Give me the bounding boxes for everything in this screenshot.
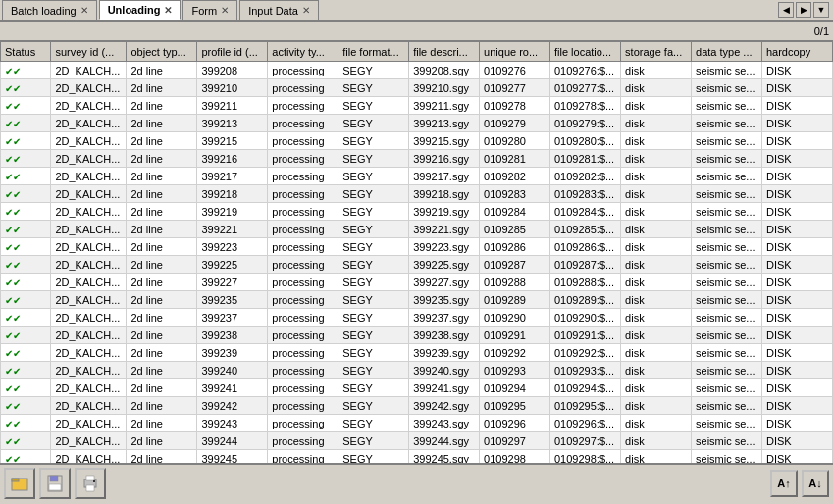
table-cell: 399213.sgy (409, 115, 480, 132)
table-cell: seismic se... (692, 450, 762, 464)
col-unique-ro[interactable]: unique ro... (480, 42, 550, 62)
table-row[interactable]: ✔✔2D_KALCH...2d line399241processingSEGY… (1, 379, 833, 397)
sort-asc-button[interactable]: A↑ (770, 470, 798, 497)
table-cell: processing (268, 432, 338, 450)
tab-form-label: Form (191, 5, 217, 17)
table-cell: 0109292 (480, 344, 550, 362)
table-cell: 399223 (197, 238, 268, 256)
table-cell: 0109288 (480, 274, 550, 291)
col-file-loc[interactable]: file locatio... (550, 42, 621, 62)
table-row[interactable]: ✔✔2D_KALCH...2d line399216processingSEGY… (1, 150, 833, 168)
table-cell: 2D_KALCH... (51, 291, 127, 309)
table-row[interactable]: ✔✔2D_KALCH...2d line399245processingSEGY… (1, 450, 833, 464)
sort-desc-button[interactable]: A↓ (802, 470, 829, 497)
col-hardcopy[interactable]: hardcopy (761, 42, 832, 62)
col-survey-id[interactable]: survey id (... (51, 42, 127, 62)
table-cell: SEGY (338, 97, 409, 115)
table-row[interactable]: ✔✔2D_KALCH...2d line399240processingSEGY… (1, 362, 833, 379)
status-cell: ✔✔ (1, 150, 51, 168)
tab-input-data-close[interactable]: ✕ (302, 5, 310, 16)
tab-unloading[interactable]: Unloading ✕ (99, 0, 182, 20)
col-profile-id[interactable]: profile id (... (197, 42, 268, 62)
table-row[interactable]: ✔✔2D_KALCH...2d line399221processingSEGY… (1, 221, 833, 238)
table-cell: 2D_KALCH... (51, 132, 127, 150)
table-cell: processing (268, 397, 338, 415)
table-row[interactable]: ✔✔2D_KALCH...2d line399243processingSEGY… (1, 415, 833, 432)
table-row[interactable]: ✔✔2D_KALCH...2d line399218processingSEGY… (1, 185, 833, 203)
table-cell: 399216.sgy (409, 150, 480, 168)
tab-form-close[interactable]: ✕ (221, 5, 229, 16)
table-row[interactable]: ✔✔2D_KALCH...2d line399239processingSEGY… (1, 344, 833, 362)
table-cell: 399219.sgy (409, 203, 480, 221)
bottom-right-buttons: A↑ A↓ (770, 470, 829, 497)
col-file-format[interactable]: file format... (338, 42, 409, 62)
table-row[interactable]: ✔✔2D_KALCH...2d line399227processingSEGY… (1, 274, 833, 291)
table-cell: seismic se... (692, 62, 762, 79)
table-cell: 399221 (197, 221, 268, 238)
status-cell: ✔✔ (1, 203, 51, 221)
table-row[interactable]: ✔✔2D_KALCH...2d line399235processingSEGY… (1, 291, 833, 309)
col-storage[interactable]: storage fa... (621, 42, 692, 62)
table-cell: 399217.sgy (409, 168, 480, 185)
col-data-type[interactable]: data type ... (692, 42, 762, 62)
table-cell: 0109284:$... (550, 203, 621, 221)
tab-unloading-close[interactable]: ✕ (164, 5, 172, 16)
table-cell: seismic se... (692, 203, 762, 221)
table-row[interactable]: ✔✔2D_KALCH...2d line399237processingSEGY… (1, 309, 833, 327)
table-cell: DISK (761, 327, 832, 344)
status-cell: ✔✔ (1, 132, 51, 150)
col-status[interactable]: Status (1, 42, 51, 62)
table-cell: disk (621, 185, 692, 203)
table-cell: SEGY (338, 203, 409, 221)
table-cell: 2D_KALCH... (51, 221, 127, 238)
tab-input-data[interactable]: Input Data ✕ (239, 0, 319, 20)
table-row[interactable]: ✔✔2D_KALCH...2d line399211processingSEGY… (1, 97, 833, 115)
pagination-label: 0/1 (814, 25, 829, 37)
table-cell: DISK (761, 132, 832, 150)
table-row[interactable]: ✔✔2D_KALCH...2d line399223processingSEGY… (1, 238, 833, 256)
table-cell: processing (268, 62, 338, 79)
table-cell: 399215.sgy (409, 132, 480, 150)
table-cell: 399225.sgy (409, 256, 480, 274)
tab-batch-loading[interactable]: Batch loading ✕ (2, 0, 97, 20)
table-cell: 2D_KALCH... (51, 238, 127, 256)
table-cell: 399227 (197, 274, 268, 291)
col-activity-type[interactable]: activity ty... (268, 42, 338, 62)
table-row[interactable]: ✔✔2D_KALCH...2d line399225processingSEGY… (1, 256, 833, 274)
tab-prev-button[interactable]: ◀ (778, 2, 794, 18)
table-cell: seismic se... (692, 274, 762, 291)
tab-form[interactable]: Form ✕ (182, 0, 237, 20)
table-row[interactable]: ✔✔2D_KALCH...2d line399213processingSEGY… (1, 115, 833, 132)
tab-menu-button[interactable]: ▼ (813, 2, 829, 18)
table-row[interactable]: ✔✔2D_KALCH...2d line399210processingSEGY… (1, 79, 833, 97)
table-row[interactable]: ✔✔2D_KALCH...2d line399208processingSEGY… (1, 62, 833, 79)
table-cell: 2D_KALCH... (51, 168, 127, 185)
table-cell: 399219 (197, 203, 268, 221)
table-cell: disk (621, 327, 692, 344)
table-cell: 0109286 (480, 238, 550, 256)
save-button[interactable] (39, 468, 71, 499)
table-cell: processing (268, 79, 338, 97)
print-button[interactable] (75, 468, 106, 499)
status-cell: ✔✔ (1, 397, 51, 415)
col-object-type[interactable]: object typ... (127, 42, 197, 62)
table-row[interactable]: ✔✔2D_KALCH...2d line399242processingSEGY… (1, 397, 833, 415)
table-cell: DISK (761, 115, 832, 132)
col-file-desc[interactable]: file descri... (409, 42, 480, 62)
table-row[interactable]: ✔✔2D_KALCH...2d line399215processingSEGY… (1, 132, 833, 150)
print-icon (81, 475, 99, 492)
table-row[interactable]: ✔✔2D_KALCH...2d line399238processingSEGY… (1, 327, 833, 344)
data-table-container[interactable]: Status survey id (... object typ... prof… (0, 41, 833, 463)
table-cell: processing (268, 344, 338, 362)
tab-batch-loading-close[interactable]: ✕ (80, 5, 88, 16)
table-row[interactable]: ✔✔2D_KALCH...2d line399244processingSEGY… (1, 432, 833, 450)
tab-next-button[interactable]: ▶ (796, 2, 811, 18)
table-cell: SEGY (338, 379, 409, 397)
table-cell: 399216 (197, 150, 268, 168)
tab-batch-loading-label: Batch loading (11, 5, 77, 17)
table-row[interactable]: ✔✔2D_KALCH...2d line399217processingSEGY… (1, 168, 833, 185)
table-cell: seismic se... (692, 221, 762, 238)
table-row[interactable]: ✔✔2D_KALCH...2d line399219processingSEGY… (1, 203, 833, 221)
open-button[interactable] (4, 468, 35, 499)
table-cell: SEGY (338, 238, 409, 256)
